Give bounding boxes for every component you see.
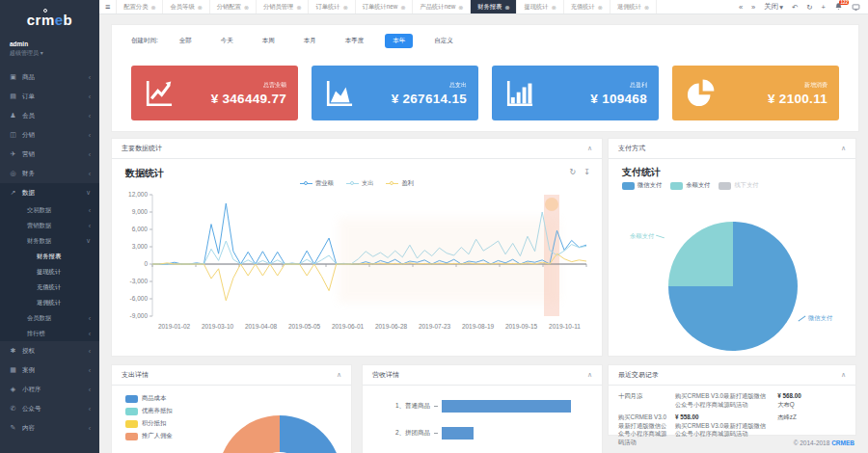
legend-goods-cost[interactable]: 商品成本 — [125, 394, 172, 403]
stat-label: 总营业额 — [211, 81, 286, 90]
svg-text:2019-06-28: 2019-06-28 — [375, 323, 408, 330]
collapse-icon[interactable]: ∧ — [587, 371, 592, 379]
tab-distributor-manage[interactable]: 分销员管理⊗ — [257, 0, 310, 13]
svg-text:-6,000: -6,000 — [130, 295, 149, 302]
tab-close-icon[interactable]: ⊗ — [598, 4, 603, 11]
collapse-icon[interactable]: ∧ — [841, 371, 846, 379]
add-icon[interactable]: + — [822, 3, 826, 12]
sidebar-item-withdraw-stats[interactable]: 提现统计 — [0, 264, 99, 280]
sidebar-item-marketing[interactable]: ✈营销‹ — [0, 145, 99, 164]
filter-quarter[interactable]: 本季度 — [338, 34, 372, 48]
chart-refresh-icon[interactable]: ↻ — [570, 168, 577, 176]
tab-close-icon[interactable]: ⊗ — [504, 4, 509, 11]
sidebar-item-goods[interactable]: ▣商品‹ — [0, 67, 99, 87]
expense-donut[interactable] — [218, 415, 341, 453]
filter-month[interactable]: 本月 — [296, 34, 324, 48]
legend-points-deduction[interactable]: 积分抵扣 — [125, 419, 172, 428]
legend-offline-pay[interactable]: 线下支付 — [719, 181, 758, 190]
tab-order-stats[interactable]: 订单统计⊗ — [309, 0, 355, 13]
tab-product-stats-new[interactable]: 产品统计new⊗ — [413, 0, 471, 13]
close-tabs-dropdown[interactable]: 关闭▾ — [764, 2, 783, 12]
sidebar-item-marketing-data[interactable]: 营销数据‹ — [0, 218, 99, 233]
sidebar-item-official-account[interactable]: ✆公众号‹ — [0, 399, 99, 418]
leader-line — [799, 316, 806, 322]
svg-text:3,000: 3,000 — [132, 243, 149, 250]
revenue-bar[interactable] — [442, 427, 474, 440]
legend-balance-pay[interactable]: 余额支付 — [670, 181, 710, 190]
sidebar-item-trade-data[interactable]: 交易数据‹ — [0, 202, 99, 218]
fullscreen-monitor-icon[interactable] — [852, 3, 860, 12]
sidebar-item-recharge-stats[interactable]: 充值统计 — [0, 280, 99, 295]
sidebar-item-member-data[interactable]: 会员数据‹ — [0, 310, 99, 326]
tab-close-icon[interactable]: ⊗ — [400, 4, 405, 11]
chevron-left-icon: ‹ — [89, 348, 91, 355]
tab-finance-report[interactable]: 财务报表⊗ — [471, 0, 517, 13]
tab-close-icon[interactable]: ⊗ — [150, 4, 155, 11]
sidebar-item-auth[interactable]: ✱授权‹ — [0, 341, 99, 360]
sidebar-item-data[interactable]: ↗数据∨ — [0, 183, 99, 202]
collapse-icon[interactable]: ∧ — [587, 145, 592, 152]
filter-week[interactable]: 本周 — [255, 34, 283, 48]
legend-wechat-pay[interactable]: 微信支付 — [622, 181, 662, 190]
tab-close-icon[interactable]: ⊗ — [343, 4, 348, 11]
sidebar-item-cases[interactable]: ▦案例‹ — [0, 360, 99, 380]
legend-turnover[interactable]: 营业额 — [300, 179, 334, 188]
filter-year[interactable]: 本年 — [385, 34, 413, 48]
scroll-tabs-left-icon[interactable]: « — [739, 3, 743, 12]
panel-title: 主要数据统计 — [122, 144, 162, 153]
legend-profit[interactable]: 盈利 — [386, 179, 414, 188]
sidebar-item-orders[interactable]: ▤订单‹ — [0, 87, 99, 106]
tab-close-icon[interactable]: ⊗ — [644, 4, 649, 11]
tab-close-icon[interactable]: ⊗ — [198, 4, 203, 11]
sidebar-item-miniprogram[interactable]: ◈小程序‹ — [0, 380, 99, 399]
distribution-icon: ◫ — [9, 131, 17, 139]
notifications-bell-icon[interactable]: 122 — [834, 2, 843, 13]
sidebar-item-rebate-stats[interactable]: 退佣统计 — [0, 295, 99, 310]
tab-distribution-config[interactable]: 分销配置⊗ — [210, 0, 257, 13]
chevron-left-icon: ‹ — [89, 367, 91, 374]
tab-withdraw-stats[interactable]: 提现统计⊗ — [517, 0, 563, 13]
app-logo[interactable]: crmeb — [0, 0, 99, 39]
svg-text:2019-05-05: 2019-05-05 — [288, 323, 321, 330]
sidebar-item-finance[interactable]: ◎财务‹ — [0, 164, 99, 183]
back-icon[interactable]: ↶ — [792, 3, 798, 12]
tab-close-icon[interactable]: ⊗ — [552, 4, 556, 11]
user-role-dropdown[interactable]: 超级管理员 ▾ — [10, 49, 90, 58]
chart-download-icon[interactable]: ↧ — [583, 168, 590, 176]
scroll-tabs-right-icon[interactable]: » — [751, 3, 755, 12]
collapse-icon[interactable]: ∧ — [841, 145, 846, 152]
panel-title: 营收详情 — [372, 370, 399, 380]
filter-custom[interactable]: 自定义 — [426, 34, 461, 48]
collapse-icon[interactable]: ∧ — [337, 371, 341, 379]
svg-text:2019-08-19: 2019-08-19 — [462, 323, 495, 330]
sidebar-item-finance-report[interactable]: 财务报表 — [0, 249, 99, 264]
sidebar-item-content[interactable]: ✎内容‹ — [0, 418, 99, 438]
tab-config-category[interactable]: 配置分类⊗ — [117, 0, 163, 13]
sidebar-item-ranking[interactable]: 排行榜‹ — [0, 326, 99, 341]
hamburger-icon[interactable]: ≡ — [99, 0, 117, 13]
sidebar-item-members[interactable]: ♟会员‹ — [0, 106, 99, 125]
legend-promoter-commission[interactable]: 推广人佣金 — [125, 432, 172, 440]
tab-close-icon[interactable]: ⊗ — [296, 4, 301, 11]
legend-coupon-deduction[interactable]: 优惠券抵扣 — [125, 407, 172, 415]
refresh-icon[interactable]: ↻ — [806, 3, 812, 12]
stat-card-profit: 总盈利¥ 109468 — [492, 66, 659, 120]
tab-order-stats-new[interactable]: 订单统计new⊗ — [356, 0, 414, 13]
panel-title: 支出详情 — [122, 370, 149, 380]
filter-all[interactable]: 全部 — [172, 34, 200, 48]
tab-member-level[interactable]: 会员等级⊗ — [163, 0, 209, 13]
tab-close-icon[interactable]: ⊗ — [458, 4, 463, 11]
legend-expense[interactable]: 支出 — [346, 179, 374, 188]
filter-today[interactable]: 今天 — [213, 34, 241, 48]
sidebar-item-distribution[interactable]: ◫分销‹ — [0, 125, 99, 145]
payment-pie[interactable] — [668, 222, 798, 351]
tab-recharge-stats[interactable]: 充值统计⊗ — [564, 0, 610, 13]
line-chart-plot-area[interactable]: 12,0009,0006,0003,0000-3,000-6,000-9,000… — [118, 189, 598, 351]
legend-swatch — [719, 182, 731, 190]
stat-value: ¥ 2100.11 — [768, 92, 827, 106]
tab-close-icon[interactable]: ⊗ — [244, 4, 249, 11]
tab-rebate-stats[interactable]: 退佣统计⊗ — [610, 0, 657, 13]
brand-link[interactable]: CRMEB — [831, 440, 854, 446]
revenue-bar[interactable] — [442, 400, 571, 413]
sidebar-item-finance-data[interactable]: 财务数据∨ — [0, 233, 99, 249]
